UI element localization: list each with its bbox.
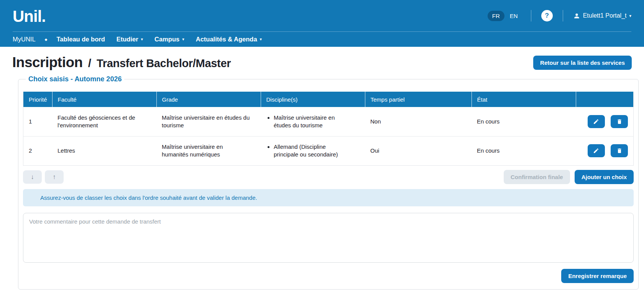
action-buttons: Confirmation finale Ajouter un choix: [504, 170, 634, 184]
col-etat: État: [472, 92, 576, 107]
cell-faculty: Faculté des géosciences et de l'environn…: [52, 107, 156, 136]
chevron-down-icon: ▾: [141, 37, 143, 41]
chevron-down-icon: ▾: [260, 37, 262, 41]
cell-disciplines: Maîtrise universitaire en études du tour…: [261, 107, 365, 136]
table-header: Priorité Faculté Grade Discipline(s) Tem…: [23, 92, 633, 107]
user-name: Etulett1 Portal_t: [583, 12, 627, 19]
trash-icon: [616, 119, 623, 125]
chevron-down-icon: ▾: [629, 14, 631, 18]
arrow-up-icon: ↑: [53, 173, 56, 181]
cell-part-time: Non: [365, 107, 472, 136]
cell-priority: 1: [23, 107, 52, 136]
cell-priority: 2: [23, 136, 52, 165]
cell-actions: [576, 136, 633, 165]
delete-button[interactable]: [611, 115, 628, 128]
cell-status: En cours: [472, 107, 576, 136]
nav-item-myunil[interactable]: MyUNIL: [13, 36, 36, 43]
col-priorite: Priorité: [23, 92, 52, 107]
title-separator: /: [88, 57, 91, 70]
cell-part-time: Oui: [365, 136, 472, 165]
cell-status: En cours: [472, 136, 576, 165]
lang-fr-button[interactable]: FR: [488, 11, 504, 21]
nav-item-actualites[interactable]: Actualités & Agenda ▾: [196, 36, 262, 43]
move-up-button[interactable]: ↑: [45, 170, 64, 184]
nav-item-campus[interactable]: Campus ▾: [154, 36, 184, 43]
save-remark-button[interactable]: Enregistrer remarque: [561, 269, 634, 283]
choices-section: Choix saisis - Automne 2026 Priorité Fac…: [18, 75, 639, 290]
nav-item-campus-label: Campus: [154, 36, 179, 43]
user-menu[interactable]: Etulett1 Portal_t ▾: [573, 12, 631, 20]
help-icon[interactable]: ?: [541, 10, 553, 21]
divider: [531, 10, 531, 21]
final-confirmation-button[interactable]: Confirmation finale: [504, 170, 570, 184]
header: Unil. FR EN ? Etulett1 Portal_t ▾ MyUNIL…: [0, 0, 644, 47]
trash-icon: [616, 148, 623, 154]
col-temps-partiel: Temps partiel: [365, 92, 472, 107]
main-content: Inscription / Transfert Bachelor/Master …: [0, 47, 644, 290]
nav-item-dashboard[interactable]: Tableau de bord: [57, 36, 105, 43]
order-notice: Assurez-vous de classer les choix dans l…: [23, 189, 634, 206]
table-row: 2 Lettres Maîtrise universitaire en huma…: [23, 136, 633, 165]
main-nav: MyUNIL ◆ Tableau de bord Etudier ▾ Campu…: [0, 32, 644, 47]
page-title: Inscription: [12, 54, 83, 71]
add-choice-button[interactable]: Ajouter un choix: [575, 170, 634, 184]
lang-en-button[interactable]: EN: [507, 11, 521, 21]
breadcrumb: Inscription / Transfert Bachelor/Master: [12, 54, 231, 71]
choices-table: Priorité Faculté Grade Discipline(s) Tem…: [23, 92, 633, 165]
chevron-down-icon: ▾: [182, 37, 184, 41]
discipline-item: Allemand (Discipline principale ou secon…: [274, 143, 360, 159]
col-actions: [576, 92, 633, 107]
reorder-controls: ↓ ↑: [23, 170, 64, 184]
pencil-icon: [593, 148, 599, 154]
nav-item-etudier[interactable]: Etudier ▾: [117, 36, 143, 43]
language-switcher: FR EN: [488, 11, 521, 21]
edit-button[interactable]: [588, 144, 605, 157]
save-row: Enregistrer remarque: [23, 269, 634, 283]
nav-item-etudier-label: Etudier: [117, 36, 138, 43]
table-row: 1 Faculté des géosciences et de l'enviro…: [23, 107, 633, 136]
header-actions: FR EN ? Etulett1 Portal_t ▾: [488, 10, 631, 21]
divider: [563, 10, 563, 21]
cell-actions: [576, 107, 633, 136]
unil-logo[interactable]: Unil.: [13, 7, 46, 25]
move-down-button[interactable]: ↓: [23, 170, 42, 184]
arrow-down-icon: ↓: [31, 173, 34, 181]
discipline-item: Maîtrise universitaire en études du tour…: [274, 114, 360, 130]
cell-disciplines: Allemand (Discipline principale ou secon…: [261, 136, 365, 165]
cell-faculty: Lettres: [52, 136, 156, 165]
page-head: Inscription / Transfert Bachelor/Master …: [12, 54, 632, 71]
col-grade: Grade: [156, 92, 261, 107]
header-upper: Unil. FR EN ? Etulett1 Portal_t ▾: [0, 0, 644, 31]
pencil-icon: [593, 119, 599, 125]
back-to-services-button[interactable]: Retour sur la liste des services: [533, 56, 632, 70]
nav-item-actualites-label: Actualités & Agenda: [196, 36, 257, 43]
cell-grade: Maîtrise universitaire en études du tour…: [156, 107, 261, 136]
edit-button[interactable]: [588, 115, 605, 128]
diamond-icon: ◆: [45, 38, 48, 41]
choices-table-wrap: Priorité Faculté Grade Discipline(s) Tem…: [23, 92, 634, 166]
cell-grade: Maîtrise universitaire en humanités numé…: [156, 136, 261, 165]
col-disciplines: Discipline(s): [261, 92, 365, 107]
delete-button[interactable]: [611, 144, 628, 157]
user-icon: [573, 12, 580, 20]
section-legend: Choix saisis - Automne 2026: [26, 75, 124, 83]
page-subtitle: Transfert Bachelor/Master: [97, 57, 231, 70]
col-faculte: Faculté: [52, 92, 156, 107]
comment-textarea[interactable]: [23, 213, 634, 263]
controls-row: ↓ ↑ Confirmation finale Ajouter un choix: [23, 170, 634, 184]
